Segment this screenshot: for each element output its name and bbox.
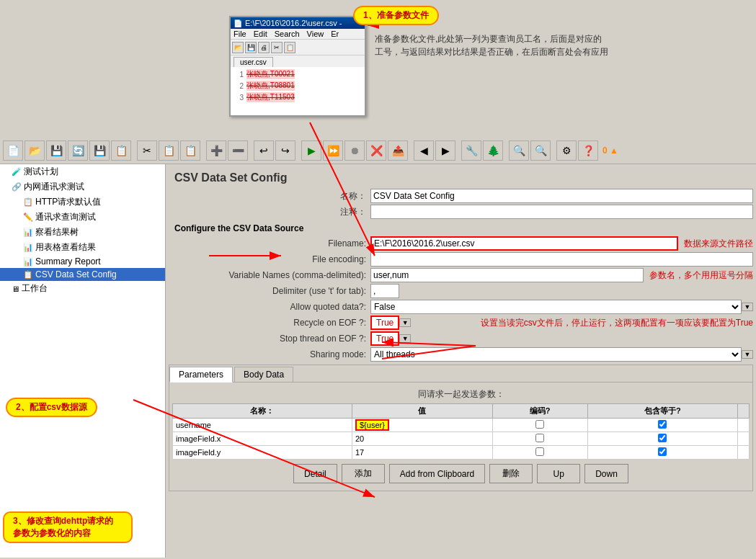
tb-stop[interactable]: ⏺ [344, 140, 365, 161]
row2-value: 20 [352, 432, 492, 446]
filename-label: Filename: [169, 238, 370, 249]
varnames-annotation: 参数名，多个用用逗号分隔 [649, 269, 753, 282]
stop-thread-label: Stop thread on EOF ?: [169, 334, 370, 344]
filename-annotation: 数据来源文件路径 [684, 238, 753, 250]
recycle-scroll[interactable]: ▼ [399, 318, 411, 327]
tab-parameters[interactable]: Parameters [169, 367, 233, 383]
row3-value: 17 [352, 446, 492, 460]
add-clipboard-button[interactable]: Add from Clipboard [389, 464, 485, 483]
row2-encode-cb[interactable] [535, 434, 544, 442]
row2-scroll [738, 432, 750, 446]
varnames-input[interactable] [370, 268, 644, 282]
tb-new[interactable]: 📄 [3, 140, 23, 161]
tb-undo[interactable]: ↩ [254, 140, 274, 161]
allow-quoted-field: False True ▼ [370, 300, 753, 314]
jmeter-window: 📄 📂 💾 🔄 💾 📋 ✂ 📋 📋 ➕ ➖ ↩ ↪ ▶ ⏩ ⏺ ❌ 📤 ◀ ▶ … [0, 137, 756, 559]
sharing-scroll[interactable]: ▼ [742, 350, 753, 359]
tb-alert: 0 ▲ [602, 146, 618, 156]
csv-toolbar: 📂 💾 🖨 ✂ 📋 [231, 40, 365, 55]
summary-icon: 📊 [23, 257, 33, 267]
params-header: 同请求一起发送参数： [172, 385, 750, 403]
testplan-icon: 🧪 [12, 167, 22, 176]
sharing-select[interactable]: All threads [370, 347, 742, 362]
sidebar-item-query[interactable]: ✏️ 通讯求查询测试 [0, 210, 165, 225]
delete-button[interactable]: 删除 [489, 464, 533, 483]
row1-encode-cb[interactable] [535, 420, 544, 429]
row3-include-cb[interactable] [658, 447, 667, 456]
tb-config[interactable]: ⚙ [556, 140, 577, 161]
tb-help[interactable]: ❓ [578, 140, 598, 161]
sidebar-item-results-tree[interactable]: 📊 察看结果树 [0, 225, 165, 240]
tb-search2[interactable]: 🔍 [530, 140, 551, 161]
name-row: 名称： [169, 189, 753, 203]
sidebar-item-testplan[interactable]: 🧪 测试计划 [0, 164, 165, 179]
tb-stop-now[interactable]: ❌ [366, 140, 386, 161]
encoding-field [370, 252, 753, 267]
tab-body-data[interactable]: Body Data [234, 367, 293, 382]
csv-config-panel: CSV Data Set Config 名称： 注释： Configur [169, 167, 753, 362]
name-input[interactable] [370, 189, 753, 203]
tb-tree[interactable]: 🌲 [483, 140, 503, 161]
sidebar-item-summary[interactable]: 📊 Summary Report [0, 255, 165, 268]
stop-thread-field: True ▼ [370, 331, 753, 346]
action-buttons: Detail 添加 Add from Clipboard 删除 Up Down [172, 460, 750, 488]
down-button[interactable]: Down [584, 464, 628, 483]
tb-paste[interactable]: 📋 [180, 140, 200, 161]
col-scroll [738, 404, 750, 419]
sidebar-item-csv[interactable]: 📋 CSV Data Set Config [0, 268, 165, 281]
tb-prev[interactable]: ◀ [414, 140, 434, 161]
up-button[interactable]: Up [537, 464, 580, 483]
row1-scroll [738, 419, 750, 432]
http-icon: 📋 [23, 197, 33, 207]
bubble3-label: 3、修改查询dehttp请求的 参数为参数化的内容 [3, 511, 133, 543]
sidebar-item-results-table[interactable]: 📊 用表格查看结果 [0, 240, 165, 255]
tb-info[interactable]: 📋 [111, 140, 131, 161]
tb-redo[interactable]: ↪ [275, 140, 295, 161]
encoding-input[interactable] [370, 252, 753, 267]
tb-add[interactable]: ➕ [206, 140, 226, 161]
filename-input[interactable] [370, 236, 678, 251]
bubble2-label: 2、配置csv数据源 [6, 398, 97, 417]
row3-encode [492, 446, 587, 460]
delimiter-input[interactable] [370, 284, 399, 298]
row2-encode [492, 432, 587, 446]
stop-thread-scroll[interactable]: ▼ [399, 334, 411, 343]
sidebar-item-workbench[interactable]: 🖥 工作台 [0, 281, 165, 296]
tb-next[interactable]: ▶ [435, 140, 455, 161]
tb-settings[interactable]: 🔧 [461, 140, 481, 161]
allow-quoted-scroll[interactable]: ▼ [742, 303, 753, 311]
tb-run-all[interactable]: ⏩ [323, 140, 343, 161]
csv-tab: user.csv [234, 57, 273, 67]
row2-include [587, 432, 737, 446]
tb-send[interactable]: 📤 [388, 140, 408, 161]
tb-search1[interactable]: 🔍 [509, 140, 529, 161]
row1-name: username [173, 419, 352, 432]
row3-encode-cb[interactable] [535, 447, 544, 456]
allow-quoted-row: Allow quoted data?: False True ▼ [169, 300, 753, 314]
tb-run[interactable]: ▶ [301, 140, 321, 161]
table-row: username ${user} [173, 419, 750, 432]
comment-input[interactable] [370, 205, 753, 219]
delimiter-label: Delimiter (use 't' for tab): [169, 286, 370, 296]
tb-cut2[interactable]: 💾 [89, 140, 110, 161]
network-icon: 🔗 [12, 182, 22, 192]
tb-remove[interactable]: ➖ [228, 140, 248, 161]
add-button[interactable]: 添加 [342, 464, 385, 483]
name-field [370, 189, 753, 203]
row1-include-cb[interactable] [658, 420, 667, 429]
tb-revert[interactable]: 🔄 [68, 140, 88, 161]
sidebar-item-network[interactable]: 🔗 内网通讯求测试 [0, 179, 165, 194]
sidebar-item-http-default[interactable]: 📋 HTTP请求默认值 [0, 194, 165, 210]
row2-include-cb[interactable] [658, 434, 667, 442]
table-row: imageField.x 20 [173, 432, 750, 446]
tb-cut[interactable]: ✂ [137, 140, 157, 161]
table-row: imageField.y 17 [173, 446, 750, 460]
tb-save[interactable]: 💾 [46, 140, 66, 161]
annotation-text-1: 准备参数化文件,此处第一列为要查询员工名，后面是对应的 工号，与返回结果对比结果… [375, 32, 608, 58]
tb-open[interactable]: 📂 [25, 140, 45, 161]
tb-copy[interactable]: 📋 [159, 140, 179, 161]
detail-button[interactable]: Detail [293, 464, 337, 483]
allow-quoted-select[interactable]: False True [370, 300, 742, 314]
toolbar: 📄 📂 💾 🔄 💾 📋 ✂ 📋 📋 ➕ ➖ ↩ ↪ ▶ ⏩ ⏺ ❌ 📤 ◀ ▶ … [0, 137, 756, 164]
results-table-icon: 📊 [23, 243, 33, 252]
